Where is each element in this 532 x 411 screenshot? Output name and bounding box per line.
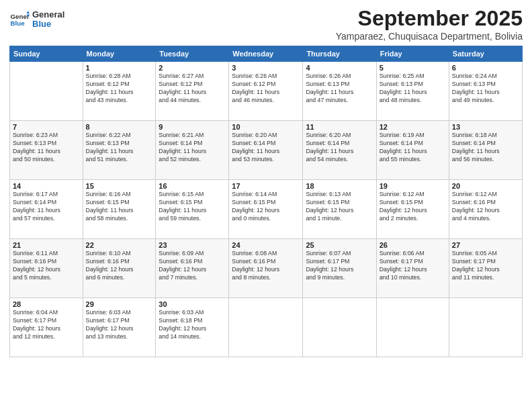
day-info: Sunrise: 6:23 AM Sunset: 6:13 PM Dayligh… — [13, 132, 80, 164]
day-number: 26 — [380, 241, 446, 249]
calendar-cell: 22Sunrise: 6:10 AM Sunset: 6:16 PM Dayli… — [83, 239, 156, 298]
weekday-header-tuesday: Tuesday — [156, 46, 229, 62]
day-number: 18 — [306, 182, 373, 190]
svg-text:Blue: Blue — [11, 19, 26, 27]
day-number: 5 — [380, 64, 446, 72]
day-info: Sunrise: 6:17 AM Sunset: 6:14 PM Dayligh… — [13, 191, 80, 223]
day-info: Sunrise: 6:26 AM Sunset: 6:13 PM Dayligh… — [306, 73, 373, 105]
subtitle: Yamparaez, Chuquisaca Department, Bolivi… — [336, 31, 523, 42]
title-block: September 2025 Yamparaez, Chuquisaca Dep… — [336, 7, 523, 42]
day-info: Sunrise: 6:16 AM Sunset: 6:15 PM Dayligh… — [86, 191, 153, 223]
day-info: Sunrise: 6:13 AM Sunset: 6:15 PM Dayligh… — [306, 191, 373, 223]
day-number: 14 — [13, 182, 80, 190]
calendar-cell: 28Sunrise: 6:04 AM Sunset: 6:17 PM Dayli… — [10, 298, 83, 357]
day-info: Sunrise: 6:03 AM Sunset: 6:17 PM Dayligh… — [86, 309, 153, 341]
day-number: 9 — [159, 123, 226, 131]
day-info: Sunrise: 6:22 AM Sunset: 6:13 PM Dayligh… — [86, 132, 153, 164]
calendar-cell: 8Sunrise: 6:22 AM Sunset: 6:13 PM Daylig… — [83, 121, 156, 180]
month-title: September 2025 — [336, 7, 523, 30]
day-info: Sunrise: 6:19 AM Sunset: 6:14 PM Dayligh… — [380, 132, 446, 164]
day-number: 16 — [159, 182, 226, 190]
calendar-cell — [449, 298, 522, 357]
calendar-cell: 15Sunrise: 6:16 AM Sunset: 6:15 PM Dayli… — [83, 180, 156, 239]
calendar-cell: 13Sunrise: 6:18 AM Sunset: 6:14 PM Dayli… — [449, 121, 522, 180]
weekday-header-wednesday: Wednesday — [229, 46, 303, 62]
day-number: 23 — [159, 241, 226, 249]
day-number: 12 — [380, 123, 446, 131]
calendar-cell: 14Sunrise: 6:17 AM Sunset: 6:14 PM Dayli… — [10, 180, 83, 239]
day-info: Sunrise: 6:24 AM Sunset: 6:13 PM Dayligh… — [452, 73, 519, 105]
day-info: Sunrise: 6:10 AM Sunset: 6:16 PM Dayligh… — [86, 250, 153, 282]
day-number: 28 — [13, 300, 80, 308]
calendar-cell: 20Sunrise: 6:12 AM Sunset: 6:16 PM Dayli… — [449, 180, 522, 239]
weekday-header-saturday: Saturday — [449, 46, 522, 62]
logo-line1: General — [32, 10, 64, 19]
calendar-cell — [376, 298, 449, 357]
calendar-cell: 7Sunrise: 6:23 AM Sunset: 6:13 PM Daylig… — [10, 121, 83, 180]
calendar-cell — [10, 62, 83, 121]
calendar-cell — [303, 298, 376, 357]
day-number: 2 — [159, 64, 226, 72]
day-info: Sunrise: 6:08 AM Sunset: 6:16 PM Dayligh… — [232, 250, 300, 282]
day-number: 19 — [380, 182, 446, 190]
weekday-header-sunday: Sunday — [10, 46, 83, 62]
day-number: 8 — [86, 123, 153, 131]
day-number: 21 — [13, 241, 80, 249]
calendar-cell: 30Sunrise: 6:03 AM Sunset: 6:18 PM Dayli… — [156, 298, 229, 357]
calendar-cell: 11Sunrise: 6:20 AM Sunset: 6:14 PM Dayli… — [303, 121, 376, 180]
calendar-cell: 4Sunrise: 6:26 AM Sunset: 6:13 PM Daylig… — [303, 62, 376, 121]
weekday-header-thursday: Thursday — [303, 46, 376, 62]
day-info: Sunrise: 6:20 AM Sunset: 6:14 PM Dayligh… — [232, 132, 300, 164]
day-number: 4 — [306, 64, 373, 72]
calendar-cell: 19Sunrise: 6:12 AM Sunset: 6:15 PM Dayli… — [376, 180, 449, 239]
calendar-cell: 25Sunrise: 6:07 AM Sunset: 6:17 PM Dayli… — [303, 239, 376, 298]
weekday-header-friday: Friday — [376, 46, 449, 62]
logo: General Blue General Blue — [9, 9, 64, 30]
calendar-cell: 9Sunrise: 6:21 AM Sunset: 6:14 PM Daylig… — [156, 121, 229, 180]
day-number: 30 — [159, 300, 226, 308]
logo-icon: General Blue — [9, 9, 30, 30]
page-container: General Blue General Blue September 2025… — [0, 0, 532, 363]
calendar-table: SundayMondayTuesdayWednesdayThursdayFrid… — [9, 46, 523, 357]
week-row-2: 14Sunrise: 6:17 AM Sunset: 6:14 PM Dayli… — [10, 180, 523, 239]
day-info: Sunrise: 6:12 AM Sunset: 6:16 PM Dayligh… — [452, 191, 519, 223]
weekday-header-row: SundayMondayTuesdayWednesdayThursdayFrid… — [10, 46, 523, 62]
week-row-4: 28Sunrise: 6:04 AM Sunset: 6:17 PM Dayli… — [10, 298, 523, 357]
day-info: Sunrise: 6:26 AM Sunset: 6:12 PM Dayligh… — [232, 73, 300, 105]
weekday-header-monday: Monday — [83, 46, 156, 62]
calendar-cell: 16Sunrise: 6:15 AM Sunset: 6:15 PM Dayli… — [156, 180, 229, 239]
day-info: Sunrise: 6:12 AM Sunset: 6:15 PM Dayligh… — [380, 191, 446, 223]
day-info: Sunrise: 6:25 AM Sunset: 6:13 PM Dayligh… — [380, 73, 446, 105]
day-info: Sunrise: 6:14 AM Sunset: 6:15 PM Dayligh… — [232, 191, 300, 223]
calendar-cell: 27Sunrise: 6:05 AM Sunset: 6:17 PM Dayli… — [449, 239, 522, 298]
header-row: General Blue General Blue September 2025… — [9, 7, 523, 42]
calendar-cell: 21Sunrise: 6:11 AM Sunset: 6:16 PM Dayli… — [10, 239, 83, 298]
calendar-cell: 5Sunrise: 6:25 AM Sunset: 6:13 PM Daylig… — [376, 62, 449, 121]
day-info: Sunrise: 6:06 AM Sunset: 6:17 PM Dayligh… — [380, 250, 446, 282]
calendar-cell: 10Sunrise: 6:20 AM Sunset: 6:14 PM Dayli… — [229, 121, 303, 180]
calendar-cell — [229, 298, 303, 357]
day-number: 1 — [86, 64, 153, 72]
calendar-cell: 26Sunrise: 6:06 AM Sunset: 6:17 PM Dayli… — [376, 239, 449, 298]
week-row-0: 1Sunrise: 6:28 AM Sunset: 6:12 PM Daylig… — [10, 62, 523, 121]
day-info: Sunrise: 6:03 AM Sunset: 6:18 PM Dayligh… — [159, 309, 226, 341]
svg-text:General: General — [11, 13, 30, 20]
day-number: 13 — [452, 123, 519, 131]
day-info: Sunrise: 6:21 AM Sunset: 6:14 PM Dayligh… — [159, 132, 226, 164]
day-info: Sunrise: 6:09 AM Sunset: 6:16 PM Dayligh… — [159, 250, 226, 282]
calendar-cell: 3Sunrise: 6:26 AM Sunset: 6:12 PM Daylig… — [229, 62, 303, 121]
day-info: Sunrise: 6:18 AM Sunset: 6:14 PM Dayligh… — [452, 132, 519, 164]
calendar-cell: 24Sunrise: 6:08 AM Sunset: 6:16 PM Dayli… — [229, 239, 303, 298]
day-number: 25 — [306, 241, 373, 249]
day-info: Sunrise: 6:11 AM Sunset: 6:16 PM Dayligh… — [13, 250, 80, 282]
day-info: Sunrise: 6:04 AM Sunset: 6:17 PM Dayligh… — [13, 309, 80, 341]
logo-line2: Blue — [32, 19, 64, 29]
calendar-cell: 2Sunrise: 6:27 AM Sunset: 6:12 PM Daylig… — [156, 62, 229, 121]
day-number: 11 — [306, 123, 373, 131]
week-row-3: 21Sunrise: 6:11 AM Sunset: 6:16 PM Dayli… — [10, 239, 523, 298]
day-number: 15 — [86, 182, 153, 190]
day-number: 6 — [452, 64, 519, 72]
day-number: 29 — [86, 300, 153, 308]
day-info: Sunrise: 6:07 AM Sunset: 6:17 PM Dayligh… — [306, 250, 373, 282]
calendar-cell: 1Sunrise: 6:28 AM Sunset: 6:12 PM Daylig… — [83, 62, 156, 121]
